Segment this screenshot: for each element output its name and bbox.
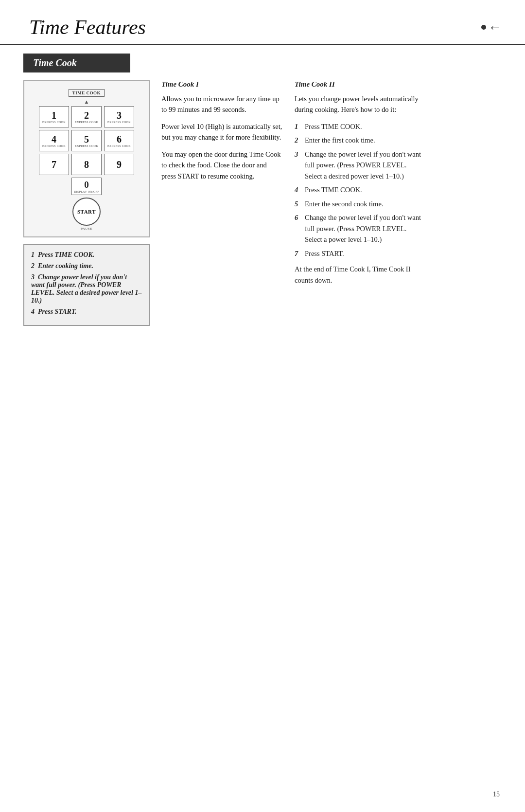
time-cook-2-intro: Lets you change power levels automatical…	[295, 93, 421, 115]
key-4[interactable]: 4 EXPRESS COOK	[39, 130, 69, 151]
section-banner: Time Cook	[23, 54, 130, 72]
pause-label: PAUSE	[81, 227, 92, 231]
step-2: 2 Enter cooking time.	[31, 262, 142, 270]
step-1: 1 Press TIME COOK.	[31, 251, 142, 259]
tc2-step-7: 7 Press START.	[295, 248, 421, 259]
tc2-step-5: 5 Enter the second cook time.	[295, 198, 421, 209]
key-1[interactable]: 1 EXPRESS COOK	[39, 106, 69, 127]
keypad-row-0: 0 DISPLAY ON/OFF	[30, 178, 143, 195]
time-cook-2-closing: At the end of Time Cook I, Time Cook II …	[295, 264, 421, 286]
keypad-row-3: 7 8 9	[30, 154, 143, 175]
time-cook-1-para-1: Allows you to microwave for any time up …	[161, 93, 283, 115]
steps-box: 1 Press TIME COOK. 2 Enter cooking time.…	[23, 244, 150, 326]
keypad-diagram: TIME COOK ▲ 1 EXPRESS COOK 2 EXPRESS COO…	[23, 80, 150, 237]
time-cook-1-title: Time Cook I	[161, 80, 283, 89]
time-cook-2-title: Time Cook II	[295, 80, 421, 89]
start-area: START PAUSE	[30, 198, 143, 231]
start-button[interactable]: START	[72, 198, 101, 226]
keypad-arrow: ▲	[30, 99, 143, 105]
key-3[interactable]: 3 EXPRESS COOK	[104, 106, 134, 127]
mid-column: Time Cook I Allows you to microwave for …	[161, 80, 283, 326]
left-column: TIME COOK ▲ 1 EXPRESS COOK 2 EXPRESS COO…	[23, 80, 150, 326]
key-2[interactable]: 2 EXPRESS COOK	[71, 106, 102, 127]
main-content: TIME COOK ▲ 1 EXPRESS COOK 2 EXPRESS COO…	[0, 80, 525, 326]
keypad-top-label: TIME COOK	[30, 88, 143, 97]
keypad-row-1: 1 EXPRESS COOK 2 EXPRESS COOK 3 EXPRESS …	[30, 106, 143, 127]
time-cook-1-para-2: Power level 10 (High) is automatically s…	[161, 121, 283, 143]
key-9[interactable]: 9	[104, 154, 134, 175]
key-8[interactable]: 8	[71, 154, 102, 175]
tc2-step-6: 6 Change the power level if you don't wa…	[295, 212, 421, 245]
page-header: Time Features ←	[0, 0, 525, 45]
page-number: 15	[493, 791, 500, 798]
header-icon-area: ←	[481, 16, 502, 35]
back-arrow-icon: ←	[488, 19, 502, 35]
tc2-step-1: 1 Press TIME COOK.	[295, 121, 421, 132]
tc2-step-2: 2 Enter the first cook time.	[295, 135, 421, 145]
step-4: 4 Press START.	[31, 308, 142, 316]
time-cook-2-steps: 1 Press TIME COOK. 2 Enter the first coo…	[295, 121, 421, 259]
key-7[interactable]: 7	[39, 154, 69, 175]
time-cook-1-para-3: You may open the door during Time Cook t…	[161, 149, 283, 181]
dot-icon	[481, 25, 486, 30]
key-6[interactable]: 6 EXPRESS COOK	[104, 130, 134, 151]
step-3: 3 Change power level if you don't want f…	[31, 273, 142, 305]
tc2-step-3: 3 Change the power level if you don't wa…	[295, 149, 421, 181]
key-0[interactable]: 0 DISPLAY ON/OFF	[71, 178, 102, 195]
tc2-step-4: 4 Press TIME COOK.	[295, 184, 421, 195]
page-title: Time Features	[29, 16, 146, 39]
key-5[interactable]: 5 EXPRESS COOK	[71, 130, 102, 151]
keypad-row-2: 4 EXPRESS COOK 5 EXPRESS COOK 6 EXPRESS …	[30, 130, 143, 151]
right-column: Time Cook II Lets you change power level…	[295, 80, 421, 326]
